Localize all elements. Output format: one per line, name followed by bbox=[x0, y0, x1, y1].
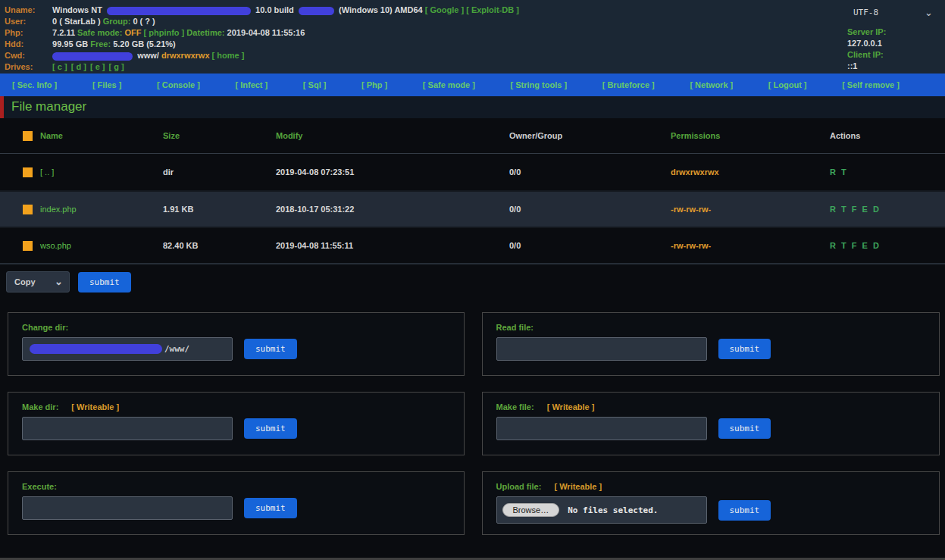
file-modify-date: 2018-10-17 05:31:22 bbox=[276, 205, 509, 214]
col-header-size[interactable]: Size bbox=[163, 131, 276, 140]
change-dir-value: /www/ bbox=[164, 344, 189, 354]
file-permissions-link[interactable]: -rw-rw-rw- bbox=[671, 241, 830, 250]
nav-infect[interactable]: [ Infect ] bbox=[235, 80, 268, 89]
chevron-down-icon: ⌄ bbox=[55, 278, 63, 286]
free-value: 5.20 GB (5.21%) bbox=[113, 39, 176, 48]
server-ip-label: Server IP: bbox=[847, 27, 886, 36]
file-permissions-link[interactable]: drwxrwxrwx bbox=[671, 167, 830, 177]
make-dir-label: Make dir: bbox=[22, 402, 58, 411]
upload-file-submit-button[interactable]: submit bbox=[718, 500, 771, 521]
upload-file-label: Upload file: bbox=[496, 482, 542, 491]
cwd-path: www/ bbox=[137, 51, 159, 60]
make-file-submit-button[interactable]: submit bbox=[718, 418, 771, 439]
file-size: dir bbox=[163, 167, 276, 177]
drive-e-link[interactable]: [ e ] bbox=[90, 62, 105, 71]
make-dir-submit-button[interactable]: submit bbox=[244, 418, 297, 439]
php-version: 7.2.11 bbox=[52, 28, 75, 37]
change-dir-submit-button[interactable]: submit bbox=[244, 339, 297, 359]
col-header-actions: Actions bbox=[830, 131, 945, 140]
file-name-link[interactable]: index.php bbox=[40, 205, 163, 214]
select-all-checkbox[interactable] bbox=[23, 131, 33, 141]
file-size: 82.40 KB bbox=[163, 241, 276, 250]
col-header-modify[interactable]: Modify bbox=[276, 131, 509, 140]
charset-value: UTF-8 bbox=[853, 8, 878, 17]
file-owner: 0/0 bbox=[509, 241, 671, 250]
bulk-action-submit-button[interactable]: submit bbox=[78, 272, 131, 293]
file-actions-links[interactable]: R T bbox=[830, 167, 945, 177]
home-link[interactable]: [ home ] bbox=[212, 51, 245, 60]
col-header-name[interactable]: Name bbox=[40, 131, 163, 140]
row-checkbox[interactable] bbox=[23, 167, 33, 177]
browse-button[interactable]: Browse… bbox=[502, 503, 560, 517]
nav-string-tools[interactable]: [ String tools ] bbox=[511, 80, 568, 89]
file-name-link[interactable]: wso.php bbox=[40, 241, 163, 250]
file-permissions-link[interactable]: -rw-rw-rw- bbox=[671, 205, 830, 214]
nav-self-remove[interactable]: [ Self remove ] bbox=[842, 80, 900, 89]
google-link[interactable]: [ Google ] bbox=[425, 5, 464, 14]
table-row: wso.php 82.40 KB 2019-04-08 11:55:11 0/0… bbox=[0, 227, 945, 263]
bulk-action-select[interactable]: Copy ⌄ bbox=[6, 271, 70, 293]
hdd-total: 99.95 GB bbox=[52, 39, 88, 48]
file-actions-links[interactable]: R T F E D bbox=[830, 241, 945, 250]
datetime-label: Datetime: bbox=[186, 28, 224, 37]
upload-file-panel: Upload file: [ Writeable ] Browse… No fi… bbox=[482, 471, 940, 535]
execute-input[interactable] bbox=[22, 496, 233, 520]
nav-sec-info[interactable]: [ Sec. Info ] bbox=[12, 80, 57, 89]
phpinfo-link[interactable]: [ phpinfo ] bbox=[144, 28, 185, 37]
col-header-permissions: Permissions bbox=[671, 131, 830, 140]
datetime-value: 2019-04-08 11:55:16 bbox=[227, 28, 305, 37]
redacted-path-blob bbox=[30, 344, 162, 354]
client-ip-value: ::1 bbox=[847, 61, 857, 70]
redacted-hostname-blob bbox=[107, 7, 251, 15]
execute-label: Execute: bbox=[22, 482, 57, 491]
file-status-text: No files selected. bbox=[568, 505, 658, 515]
make-file-label: Make file: bbox=[496, 402, 534, 411]
make-file-input[interactable] bbox=[496, 417, 707, 440]
safe-mode-value: OFF bbox=[124, 28, 141, 37]
table-header-row: Name Size Modify Owner/Group Permissions… bbox=[0, 118, 945, 154]
execute-submit-button[interactable]: submit bbox=[244, 498, 297, 518]
nav-logout[interactable]: [ Logout ] bbox=[768, 80, 807, 89]
row-checkbox[interactable] bbox=[23, 205, 33, 214]
file-actions-links[interactable]: R T F E D bbox=[830, 205, 945, 214]
nav-safe-mode[interactable]: [ Safe mode ] bbox=[423, 80, 475, 89]
read-file-input[interactable] bbox=[496, 337, 707, 361]
make-dir-input[interactable] bbox=[22, 417, 233, 440]
nav-sql[interactable]: [ Sql ] bbox=[303, 80, 327, 89]
charset-select[interactable]: UTF-8 ⌄ bbox=[814, 8, 939, 17]
make-dir-panel: Make dir: [ Writeable ] submit bbox=[8, 392, 465, 455]
upload-file-input[interactable]: Browse… No files selected. bbox=[496, 496, 707, 524]
drive-c-link[interactable]: [ c ] bbox=[52, 62, 67, 71]
nav-network[interactable]: [ Network ] bbox=[690, 80, 733, 89]
file-modify-date: 2019-04-08 11:55:11 bbox=[276, 241, 509, 250]
file-name-link[interactable]: [ .. ] bbox=[40, 167, 163, 177]
read-file-submit-button[interactable]: submit bbox=[718, 339, 771, 359]
bulk-action-bar: Copy ⌄ submit bbox=[0, 263, 945, 303]
bulk-action-value: Copy bbox=[14, 277, 36, 286]
cwd-permissions: drwxrwxrwx bbox=[161, 51, 210, 60]
make-dir-writeable-badge: [ Writeable ] bbox=[71, 402, 119, 411]
file-modify-date: 2019-04-08 07:23:51 bbox=[276, 167, 509, 177]
page-title: File manager bbox=[0, 96, 945, 118]
group-label: Group: bbox=[103, 17, 131, 26]
upload-file-writeable-badge: [ Writeable ] bbox=[554, 482, 602, 491]
col-header-owner: Owner/Group bbox=[509, 131, 671, 140]
redacted-cwd-blob bbox=[52, 52, 133, 61]
uname-os: Windows NT bbox=[52, 5, 102, 14]
user-value: 0 ( StarLab ) bbox=[52, 17, 101, 26]
cwd-label: Cwd: bbox=[5, 50, 50, 61]
row-checkbox[interactable] bbox=[23, 241, 33, 251]
file-owner: 0/0 bbox=[509, 167, 671, 177]
drive-g-link[interactable]: [ g ] bbox=[109, 62, 124, 71]
drives-label: Drives: bbox=[5, 61, 50, 73]
nav-files[interactable]: [ Files ] bbox=[92, 80, 122, 89]
nav-php[interactable]: [ Php ] bbox=[361, 80, 387, 89]
drive-d-link[interactable]: [ d ] bbox=[71, 62, 86, 71]
server-ip-value: 127.0.0.1 bbox=[847, 39, 882, 48]
nav-bruteforce[interactable]: [ Bruteforce ] bbox=[602, 80, 655, 89]
nav-console[interactable]: [ Console ] bbox=[157, 80, 200, 89]
exploitdb-link[interactable]: [ Exploit-DB ] bbox=[466, 5, 519, 14]
free-label: Free: bbox=[90, 39, 111, 48]
file-owner: 0/0 bbox=[509, 205, 671, 214]
change-dir-input[interactable]: /www/ bbox=[22, 337, 233, 361]
